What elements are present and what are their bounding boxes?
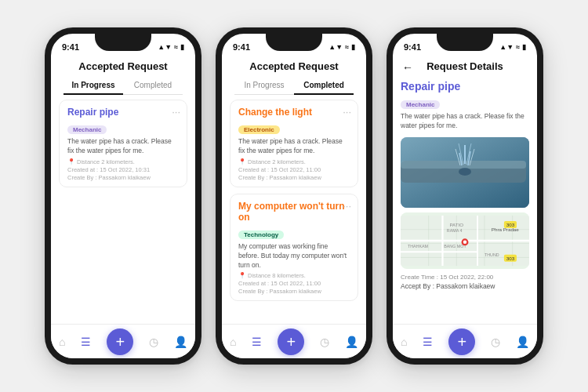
svg-point-3 (459, 168, 471, 176)
svg-text:RAMA 4: RAMA 4 (447, 228, 463, 233)
wifi-icon-3: ≈ (516, 43, 520, 51)
detail-content-3: Repair pipe Mechanic The water pipe has … (393, 77, 537, 324)
pin-icon-2b: 📍 (238, 272, 246, 279)
detail-created-time-3: Create Time : 15 Oct 2022, 22:00 (401, 274, 529, 281)
tab-in-progress-1[interactable]: In Progress (64, 77, 123, 95)
card-location-2b: 📍 Distance 8 kilometers. (238, 272, 350, 279)
phone-content-3: ← Request Details Repair pipe Mechanic T… (393, 56, 537, 324)
tab-completed-1[interactable]: Completed (123, 77, 183, 95)
card-desc-2b: My computer was working fine before. But… (238, 242, 350, 270)
signal-icon-3: ▲▼ (499, 43, 514, 51)
battery-icon-1: ▮ (180, 43, 184, 51)
phone-notch-3 (437, 34, 493, 51)
header-title-3: Request Details (426, 60, 503, 72)
history-nav-2[interactable]: ◷ (320, 336, 329, 348)
person-nav-1[interactable]: 👤 (174, 336, 187, 348)
wifi-icon-2: ≈ (345, 43, 349, 51)
list-nav-2[interactable]: ☰ (252, 336, 262, 348)
history-nav-1[interactable]: ◷ (149, 336, 158, 348)
status-time-3: 9:41 (404, 42, 421, 52)
svg-text:THUND: THUND (485, 252, 499, 256)
status-icons-2: ▲▼ ≈ ▮ (328, 43, 355, 51)
status-time-2: 9:41 (233, 42, 250, 52)
tabs-1: In Progress Completed (64, 77, 183, 95)
fab-3[interactable]: + (448, 328, 475, 355)
svg-text:303: 303 (506, 222, 515, 227)
phone-1: 9:41 ▲▼ ≈ ▮ Accepted Request In Progress… (45, 27, 201, 365)
wifi-icon-1: ≈ (174, 43, 178, 51)
phone-3: 9:41 ▲▼ ≈ ▮ ← Request Details Repair pip… (387, 27, 543, 365)
bottom-nav-2: ⌂ ☰ + ◷ 👤 (222, 324, 366, 358)
fab-2[interactable]: + (278, 328, 304, 355)
status-icons-1: ▲▼ ≈ ▮ (158, 43, 184, 51)
back-arrow-3[interactable]: ← (402, 61, 413, 74)
badge-electronic-2: Electronic (238, 125, 280, 134)
more-options-1[interactable]: ··· (172, 107, 180, 117)
svg-text:THAHKAM: THAHKAM (408, 244, 428, 249)
card-title-2b: My computer won't turn on (238, 201, 350, 223)
card-computer[interactable]: ··· My computer won't turn on Technology… (230, 194, 358, 302)
status-icons-3: ▲▼ ≈ ▮ (499, 43, 526, 51)
svg-text:PATIO: PATIO (449, 222, 463, 227)
header-title-2: Accepted Request (249, 60, 338, 72)
person-nav-2[interactable]: 👤 (345, 336, 358, 348)
history-nav-3[interactable]: ◷ (491, 336, 500, 348)
badge-mechanic-1: Mechanic (67, 125, 107, 134)
home-nav-3[interactable]: ⌂ (401, 336, 407, 348)
card-created-by-2b: Create By : Passakorn klaikaew (238, 288, 350, 295)
scroll-area-1: ··· Repair pipe Mechanic The water pipe … (51, 100, 195, 324)
battery-icon-2: ▮ (351, 43, 355, 51)
tab-in-progress-2[interactable]: In Progress (234, 77, 294, 95)
detail-image-3 (401, 137, 529, 208)
detail-desc-3: The water pipe has a crack. Please fix t… (401, 112, 529, 131)
tabs-2: In Progress Completed (234, 77, 354, 95)
phone-content-2: Accepted Request In Progress Completed ·… (222, 56, 366, 324)
header-1: Accepted Request (51, 57, 195, 77)
card-desc-2a: The water pipe has a crack. Please fix t… (238, 137, 350, 156)
card-desc-1: The water pipe has a crack. Please fix t… (67, 137, 179, 156)
phone-content-1: Accepted Request In Progress Completed ·… (51, 56, 195, 324)
fab-1[interactable]: + (107, 328, 133, 355)
card-location-2a: 📍 Distance 2 kilometers. (238, 158, 350, 165)
badge-mechanic-3: Mechanic (401, 100, 440, 109)
phone-notch-1 (95, 34, 151, 51)
card-location-1: 📍 Distance 2 kilometers. (67, 158, 179, 165)
svg-text:303: 303 (506, 256, 515, 261)
signal-icon-2: ▲▼ (328, 43, 343, 51)
header-3: ← Request Details (393, 57, 537, 77)
home-nav-2[interactable]: ⌂ (230, 336, 236, 348)
phones-container: 9:41 ▲▼ ≈ ▮ Accepted Request In Progress… (45, 27, 543, 365)
pin-icon-1: 📍 (67, 158, 75, 165)
badge-technology-2: Technology (238, 230, 284, 239)
svg-point-34 (463, 240, 466, 243)
signal-icon-1: ▲▼ (158, 43, 172, 51)
card-created-by-1: Create By : Passakorn klaikaew (67, 174, 179, 181)
pin-icon-2a: 📍 (238, 158, 246, 165)
bottom-nav-3: ⌂ ☰ + ◷ 👤 (393, 324, 537, 358)
list-nav-3[interactable]: ☰ (423, 336, 433, 348)
card-created-at-2a: Created at : 15 Oct 2022, 11:00 (238, 166, 350, 173)
list-nav-1[interactable]: ☰ (81, 336, 91, 348)
home-nav-1[interactable]: ⌂ (59, 336, 65, 348)
header-title-1: Accepted Request (78, 60, 167, 72)
card-change-light[interactable]: ··· Change the light Electronic The wate… (230, 100, 358, 187)
card-title-1: Repair pipe (67, 107, 179, 118)
detail-title-3: Repair pipe (401, 80, 529, 93)
detail-accept-by-3: Accept By : Passakorn klaikaew (401, 282, 529, 290)
header-2: Accepted Request (222, 57, 366, 77)
status-time-1: 9:41 (62, 42, 79, 52)
battery-icon-3: ▮ (522, 43, 526, 51)
phone-notch-2 (266, 34, 322, 51)
more-options-2b[interactable]: ··· (343, 201, 351, 211)
phone-2: 9:41 ▲▼ ≈ ▮ Accepted Request In Progress… (216, 27, 372, 365)
person-nav-3[interactable]: 👤 (516, 336, 529, 348)
bottom-nav-1: ⌂ ☰ + ◷ 👤 (51, 324, 195, 358)
more-options-2a[interactable]: ··· (343, 107, 351, 117)
card-created-at-1: Created at : 15 Oct 2022, 10:31 (67, 166, 179, 173)
card-title-2a: Change the light (238, 107, 350, 118)
card-repair-pipe[interactable]: ··· Repair pipe Mechanic The water pipe … (59, 100, 187, 187)
map-image-3: PATIO RAMA 4 Phra Pradae THAHKAM BANG MO… (401, 212, 529, 269)
card-created-at-2b: Created at : 15 Oct 2022, 11:00 (238, 280, 350, 287)
card-created-by-2a: Create By : Passakorn klaikaew (238, 174, 350, 181)
tab-completed-2[interactable]: Completed (294, 77, 354, 95)
